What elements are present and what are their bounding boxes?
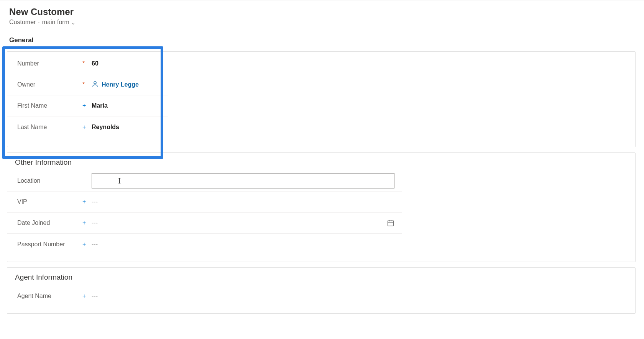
field-label-last-name: Last Name bbox=[17, 124, 82, 131]
form-header: New Customer Customer · main form ⌄ bbox=[0, 0, 644, 29]
field-row-agent-name[interactable]: Agent Name + --- bbox=[7, 285, 402, 306]
general-section-card: Number * 60 Owner * Henry Le bbox=[7, 51, 636, 147]
field-label-number: Number bbox=[17, 60, 82, 67]
form-subtitle: Customer · main form ⌄ bbox=[9, 19, 635, 26]
tab-general[interactable]: General bbox=[9, 36, 33, 47]
recommended-marker-icon: + bbox=[82, 220, 92, 226]
page-root: New Customer Customer · main form ⌄ Gene… bbox=[0, 0, 644, 314]
field-row-location[interactable]: Location + I bbox=[7, 170, 402, 192]
section-wrap: Number * 60 Owner * Henry Le bbox=[0, 51, 644, 314]
field-value-first-name[interactable]: Maria bbox=[92, 102, 108, 109]
field-row-passport[interactable]: Passport Number + --- bbox=[7, 234, 402, 255]
field-row-number[interactable]: Number * 60 bbox=[7, 53, 168, 74]
field-label-vip: VIP bbox=[17, 198, 82, 205]
field-label-first-name: First Name bbox=[17, 102, 82, 109]
other-information-card: Other Information Location + I VIP + ---… bbox=[7, 152, 636, 262]
page-title: New Customer bbox=[9, 7, 635, 17]
field-value-agent-name[interactable]: --- bbox=[92, 293, 98, 300]
field-value-passport[interactable]: --- bbox=[92, 241, 98, 248]
recommended-marker-icon: + bbox=[82, 124, 92, 130]
lookup-owner[interactable]: Henry Legge bbox=[92, 80, 139, 89]
required-marker-icon: * bbox=[82, 82, 92, 88]
field-row-last-name[interactable]: Last Name + Reynolds bbox=[7, 116, 168, 138]
field-row-first-name[interactable]: First Name + Maria bbox=[7, 95, 168, 116]
location-input[interactable]: I bbox=[92, 173, 394, 188]
form-selector[interactable]: main form ⌄ bbox=[42, 19, 76, 26]
field-row-owner[interactable]: Owner * Henry Legge bbox=[7, 74, 168, 95]
form-name: main form bbox=[42, 19, 69, 26]
form-tabs: General bbox=[0, 29, 644, 47]
field-label-owner: Owner bbox=[17, 81, 82, 88]
section-title-agent: Agent Information bbox=[7, 268, 635, 285]
field-label-agent-name: Agent Name bbox=[17, 293, 82, 300]
section-title-other: Other Information bbox=[7, 153, 635, 170]
subtitle-separator: · bbox=[38, 19, 39, 26]
recommended-marker-icon: + bbox=[82, 241, 92, 247]
agent-information-card: Agent Information Agent Name + --- bbox=[7, 267, 636, 314]
required-marker-icon: * bbox=[82, 61, 92, 67]
field-label-date-joined: Date Joined bbox=[17, 219, 82, 226]
field-value-last-name[interactable]: Reynolds bbox=[92, 124, 119, 131]
recommended-marker-icon: + bbox=[82, 103, 92, 109]
field-row-vip[interactable]: VIP + --- bbox=[7, 192, 402, 213]
field-label-location: Location bbox=[17, 177, 82, 184]
entity-label: Customer bbox=[9, 19, 36, 26]
recommended-marker-icon: + bbox=[82, 293, 92, 299]
calendar-icon[interactable] bbox=[387, 219, 394, 227]
field-value-vip[interactable]: --- bbox=[92, 198, 98, 205]
person-icon bbox=[92, 80, 99, 89]
field-label-passport: Passport Number bbox=[17, 241, 82, 248]
svg-rect-1 bbox=[388, 221, 394, 226]
svg-point-0 bbox=[94, 82, 96, 84]
recommended-marker-icon: + bbox=[82, 199, 92, 205]
chevron-down-icon: ⌄ bbox=[71, 20, 76, 26]
field-value-number[interactable]: 60 bbox=[92, 60, 99, 67]
general-card-inner: Number * 60 Owner * Henry Le bbox=[7, 52, 635, 147]
lookup-owner-name: Henry Legge bbox=[102, 81, 139, 88]
text-cursor-icon: I bbox=[118, 176, 121, 186]
field-value-date-joined[interactable]: --- bbox=[92, 219, 98, 226]
field-row-date-joined[interactable]: Date Joined + --- bbox=[7, 213, 402, 234]
